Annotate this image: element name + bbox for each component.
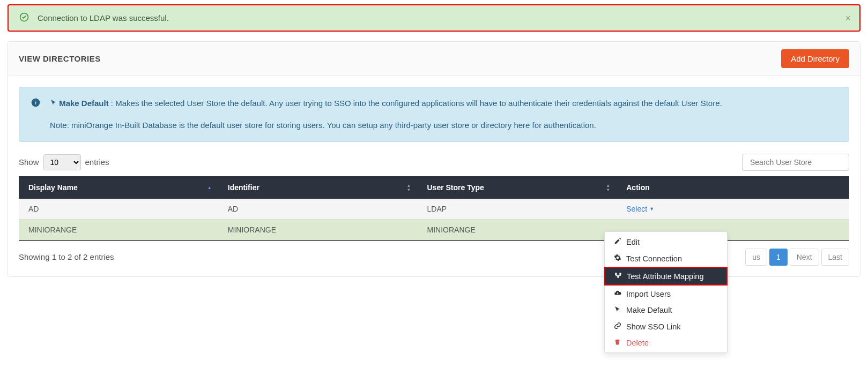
col-display-name[interactable]: Display Name ▲ <box>19 176 218 199</box>
svg-rect-3 <box>615 273 617 274</box>
cell-identifier: AD <box>218 199 418 220</box>
cell-type: LDAP <box>418 199 617 220</box>
success-alert: Connection to LDAP was successful. × <box>8 4 860 32</box>
svg-rect-4 <box>619 273 621 274</box>
svg-text:i: i <box>35 100 36 106</box>
edit-icon <box>613 237 621 246</box>
entries-label: entries <box>85 157 109 167</box>
pagination: us 1 Next Last <box>745 249 849 266</box>
info-content: Make Default : Makes the selected User S… <box>50 97 722 132</box>
info-icon: i <box>31 98 40 132</box>
svg-rect-5 <box>617 276 619 278</box>
cell-type: MINIORANGE <box>418 219 617 241</box>
info-lead-label: Make Default <box>59 99 109 108</box>
sort-icon: ▲▼ <box>606 183 610 191</box>
add-directory-button[interactable]: Add Directory <box>781 49 849 68</box>
cell-display-name: AD <box>19 199 218 220</box>
info-note: Note: miniOrange In-Built Database is th… <box>50 119 722 131</box>
mapping-icon <box>614 272 622 281</box>
col-user-store-type[interactable]: User Store Type ▲▼ <box>418 176 617 199</box>
action-dropdown: Edit Test Connection Test Attribute Mapp… <box>604 231 728 281</box>
table-row: AD AD LDAP Select ▼ <box>19 199 849 220</box>
cell-display-name: MINIORANGE <box>19 219 218 241</box>
col-identifier[interactable]: Identifier ▲▼ <box>218 176 418 199</box>
cursor-icon <box>50 99 59 108</box>
page-previous-partial[interactable]: us <box>745 249 767 266</box>
sort-asc-icon: ▲ <box>207 185 212 189</box>
gear-icon <box>613 254 621 263</box>
dropdown-test-attribute-mapping[interactable]: Test Attribute Mapping <box>604 267 728 281</box>
panel-title: VIEW DIRECTORIES <box>19 54 101 63</box>
directories-panel: VIEW DIRECTORIES Add Directory i Make De… <box>8 41 860 277</box>
search-input[interactable] <box>742 154 849 171</box>
select-action-button[interactable]: Select ▼ <box>626 205 654 213</box>
dropdown-test-connection[interactable]: Test Connection <box>605 250 727 267</box>
showing-text: Showing 1 to 2 of 2 entries <box>19 252 114 261</box>
page-last-button[interactable]: Last <box>821 249 849 266</box>
page-next-button[interactable]: Next <box>790 249 819 266</box>
info-banner: i Make Default : Makes the selected User… <box>19 87 849 142</box>
panel-header: VIEW DIRECTORIES Add Directory <box>8 42 860 76</box>
info-lead-text: : Makes the selected User Store the defa… <box>109 99 722 108</box>
alert-message: Connection to LDAP was successful. <box>38 13 169 22</box>
cell-identifier: MINIORANGE <box>218 219 418 241</box>
entries-control: Show 10 entries <box>19 154 109 170</box>
close-icon[interactable]: × <box>845 12 851 24</box>
col-action: Action <box>617 176 849 199</box>
dropdown-edit[interactable]: Edit <box>605 234 727 250</box>
caret-down-icon: ▼ <box>649 206 654 212</box>
sort-icon: ▲▼ <box>407 183 411 191</box>
entries-select[interactable]: 10 <box>43 154 81 170</box>
page-1-button[interactable]: 1 <box>769 249 788 266</box>
show-label: Show <box>19 157 39 167</box>
check-circle-icon <box>19 12 29 24</box>
